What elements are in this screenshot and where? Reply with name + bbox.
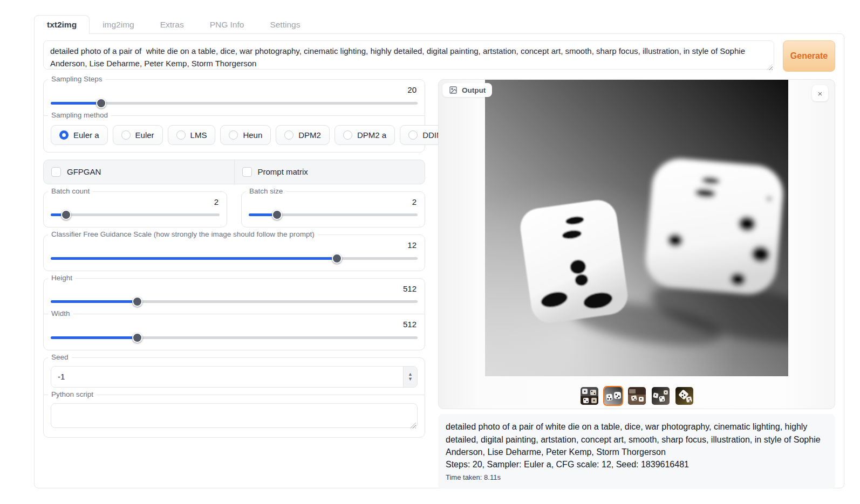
radio-heun[interactable]: Heun [220,125,271,145]
tab-txt2img[interactable]: txt2img [34,15,90,34]
prompt-input[interactable] [43,40,774,70]
cfg-scale-control: Classifier Free Guidance Scale (how stro… [43,234,425,271]
generated-image[interactable] [485,80,788,376]
width-value: 512 [51,320,417,329]
radio-icon [59,130,69,140]
batch-count-slider[interactable] [51,210,220,220]
tab-bar: txt2img img2img Extras PNG Info Settings [34,13,844,33]
sampling-method-label: Sampling method [48,111,111,119]
close-icon[interactable]: × [812,85,828,101]
height-label: Height [48,274,76,282]
radio-icon [343,130,352,140]
height-slider[interactable] [51,296,418,307]
radio-label: Euler a [73,130,99,140]
batch-size-slider[interactable] [249,210,418,220]
cfg-scale-slider[interactable] [51,253,418,264]
python-script-input[interactable] [51,403,418,428]
checkbox-icon [51,167,61,177]
sampling-steps-label: Sampling Steps [48,75,106,83]
thumbnail[interactable] [603,386,623,406]
seed-label: Seed [48,353,72,361]
width-control: Width 512 [43,314,425,350]
options-panel: GFPGAN Prompt matrix [43,160,425,184]
batch-count-value: 2 [51,198,219,207]
batch-size-label: Batch size [246,187,286,195]
radio-dpm2-a[interactable]: DPM2 a [335,125,395,145]
radio-label: DPM2 a [357,130,386,140]
image-icon [449,86,458,94]
height-value: 512 [51,285,417,294]
thumbnail[interactable] [579,386,599,406]
batch-count-label: Batch count [48,187,93,195]
sampling-steps-control: Sampling Steps 20 [43,79,425,116]
stepper-down-icon[interactable]: ▼ [408,377,413,381]
output-info-panel: detailed photo of a pair of white die on… [438,414,835,489]
thumbnail-strip [439,386,835,406]
cfg-scale-label: Classifier Free Guidance Scale (how stro… [48,230,318,238]
output-time-taken: Time taken: 8.11s [446,473,828,481]
output-prompt-text: detailed photo of a pair of white die on… [446,420,828,459]
radio-label: Heun [243,130,262,140]
width-slider[interactable] [51,333,418,343]
tab-extras[interactable]: Extras [147,15,197,34]
batch-size-value: 2 [249,198,417,207]
seed-input[interactable] [51,367,403,387]
gfpgan-label: GFPGAN [67,167,101,176]
radio-euler-a[interactable]: Euler a [51,125,108,145]
radio-dpm2[interactable]: DPM2 [276,125,330,145]
width-label: Width [48,309,73,317]
radio-icon [176,130,186,140]
stepper-up-icon[interactable]: ▲ [408,372,413,376]
slider-knob[interactable] [272,210,282,220]
thumbnail[interactable] [651,386,671,406]
thumbnail[interactable] [627,386,647,406]
txt2img-panel: Generate Sampling Steps 20 Sampling meth… [34,33,844,488]
sampling-method-control: Sampling method Euler a Euler LMS Heun D… [43,115,425,153]
app-window: txt2img img2img Extras PNG Info Settings… [34,13,844,488]
radio-icon [408,130,418,140]
prompt-matrix-label: Prompt matrix [258,167,308,176]
output-panel-label: Output [442,83,492,97]
seed-control: Seed ▲ ▼ [43,357,425,395]
output-gallery: Output × [438,79,835,409]
sampling-steps-slider[interactable] [51,98,418,108]
radio-icon [284,130,294,140]
radio-lms[interactable]: LMS [168,125,216,145]
sampling-steps-value: 20 [51,86,417,95]
gfpgan-checkbox[interactable]: GFPGAN [44,160,234,184]
prompt-matrix-checkbox[interactable]: Prompt matrix [234,160,425,184]
height-control: Height 512 [43,278,425,315]
batch-size-control: Batch size 2 [241,191,425,228]
slider-knob[interactable] [132,296,142,307]
output-label-text: Output [462,86,486,94]
python-script-control: Python script [43,395,425,438]
batch-count-control: Batch count 2 [43,191,227,228]
radio-euler[interactable]: Euler [113,125,163,145]
checkbox-icon [242,167,252,177]
seed-stepper[interactable]: ▲ ▼ [403,367,417,387]
settings-column: Sampling Steps 20 Sampling method Euler … [43,79,425,445]
cfg-scale-value: 12 [51,241,417,250]
slider-knob[interactable] [132,333,142,343]
tab-png-info[interactable]: PNG Info [197,15,257,34]
radio-label: LMS [190,130,207,140]
slider-knob[interactable] [61,210,71,220]
slider-knob[interactable] [96,98,106,108]
radio-icon [121,130,131,140]
tab-settings[interactable]: Settings [257,15,313,34]
radio-icon [229,130,238,140]
python-script-label: Python script [48,390,97,398]
output-params-text: Steps: 20, Sampler: Euler a, CFG scale: … [446,460,828,470]
radio-label: DPM2 [298,130,321,140]
thumbnail[interactable] [674,386,694,406]
radio-label: Euler [135,130,154,140]
slider-knob[interactable] [332,253,342,264]
tab-img2img[interactable]: img2img [90,15,147,34]
output-column: Output × [438,79,835,489]
prompt-row: Generate [43,40,835,72]
sampling-method-options: Euler a Euler LMS Heun DPM2 DPM2 a DDIM … [51,125,418,145]
generate-button[interactable]: Generate [783,40,835,72]
